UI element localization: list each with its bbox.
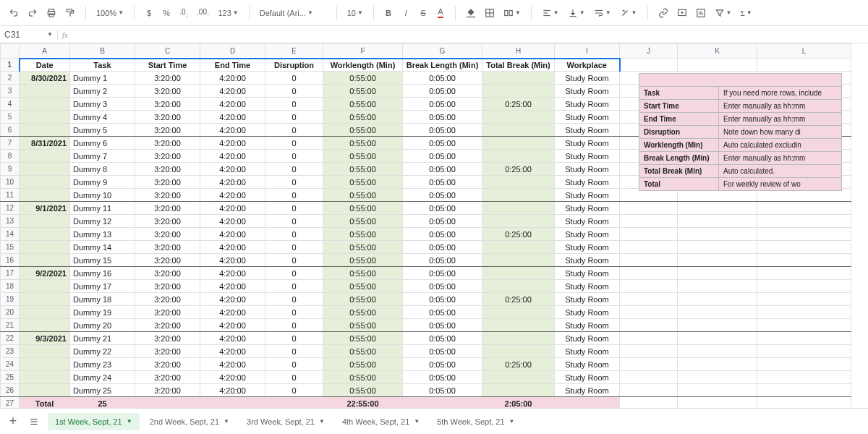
cell[interactable]: 4:20:00 bbox=[200, 280, 265, 293]
cell[interactable]: 0 bbox=[265, 319, 323, 332]
cell[interactable]: 0:55:00 bbox=[323, 254, 403, 267]
cell[interactable] bbox=[757, 228, 851, 241]
cell[interactable]: 0:05:00 bbox=[403, 137, 482, 150]
cell[interactable]: Study Room bbox=[555, 215, 620, 228]
col-header-E[interactable]: E bbox=[265, 44, 323, 59]
row-header[interactable]: 4 bbox=[1, 98, 20, 111]
strikethrough-button[interactable]: S bbox=[416, 4, 430, 22]
h-align-dropdown[interactable]: ▼ bbox=[539, 7, 562, 20]
cell[interactable]: 4:20:00 bbox=[200, 306, 265, 319]
cell[interactable]: Task bbox=[70, 59, 135, 72]
cell[interactable]: 0:55:00 bbox=[323, 293, 403, 306]
cell[interactable]: Study Room bbox=[555, 72, 620, 85]
cell[interactable]: 3:20:00 bbox=[135, 163, 200, 176]
cell[interactable]: 4:20:00 bbox=[200, 163, 265, 176]
cell[interactable] bbox=[620, 384, 678, 397]
col-header-G[interactable]: G bbox=[403, 44, 482, 59]
cell[interactable] bbox=[482, 85, 555, 98]
add-sheet-button[interactable]: + bbox=[6, 413, 20, 430]
cell[interactable]: 0 bbox=[265, 189, 323, 202]
sheet-tab[interactable]: 3rd Week, Sept, 21▼ bbox=[239, 413, 332, 430]
cell[interactable] bbox=[482, 332, 555, 345]
cell[interactable] bbox=[482, 254, 555, 267]
cell[interactable]: 3:20:00 bbox=[135, 85, 200, 98]
cell[interactable]: 3:20:00 bbox=[135, 189, 200, 202]
cell[interactable] bbox=[678, 59, 757, 72]
cell[interactable]: 0:55:00 bbox=[323, 319, 403, 332]
cell[interactable] bbox=[482, 371, 555, 384]
cell[interactable] bbox=[20, 280, 70, 293]
cell[interactable]: 0:05:00 bbox=[403, 189, 482, 202]
cell[interactable]: Dummy 16 bbox=[70, 267, 135, 280]
cell[interactable]: 0:05:00 bbox=[403, 98, 482, 111]
cell[interactable]: 4:20:00 bbox=[200, 202, 265, 215]
wrap-dropdown[interactable]: ▼ bbox=[591, 7, 614, 20]
cell[interactable]: 0 bbox=[265, 85, 323, 98]
cell[interactable]: 4:20:00 bbox=[200, 345, 265, 358]
cell[interactable]: 0:55:00 bbox=[323, 267, 403, 280]
cell[interactable]: 0:25:00 bbox=[482, 358, 555, 371]
cell[interactable]: 0:55:00 bbox=[323, 85, 403, 98]
functions-dropdown[interactable]: Σ▼ bbox=[737, 7, 754, 19]
cell[interactable] bbox=[200, 397, 265, 409]
bold-button[interactable]: B bbox=[381, 4, 396, 22]
cell[interactable]: 4:20:00 bbox=[200, 176, 265, 189]
select-all[interactable] bbox=[1, 44, 20, 59]
cell[interactable]: Dummy 11 bbox=[70, 202, 135, 215]
percent-button[interactable]: % bbox=[159, 4, 174, 22]
cell[interactable]: Study Room bbox=[555, 163, 620, 176]
cell[interactable] bbox=[678, 293, 757, 306]
cell[interactable] bbox=[20, 228, 70, 241]
cell[interactable]: 0:55:00 bbox=[323, 150, 403, 163]
cell[interactable]: Study Room bbox=[555, 98, 620, 111]
cell[interactable]: Dummy 12 bbox=[70, 215, 135, 228]
cell[interactable] bbox=[620, 59, 678, 72]
cell[interactable]: 8/31/2021 bbox=[20, 137, 70, 150]
sheet-tab[interactable]: 2nd Week, Sept, 21▼ bbox=[142, 413, 237, 430]
cell[interactable]: Study Room bbox=[555, 371, 620, 384]
cell[interactable] bbox=[757, 254, 851, 267]
cell[interactable] bbox=[555, 397, 620, 409]
currency-button[interactable]: $ bbox=[142, 4, 156, 22]
cell[interactable]: 3:20:00 bbox=[135, 345, 200, 358]
cell[interactable]: 3:20:00 bbox=[135, 215, 200, 228]
cell[interactable] bbox=[678, 202, 757, 215]
cell[interactable] bbox=[620, 306, 678, 319]
cell[interactable]: Study Room bbox=[555, 189, 620, 202]
cell[interactable]: 0:05:00 bbox=[403, 358, 482, 371]
cell[interactable] bbox=[620, 319, 678, 332]
row-header[interactable]: 27 bbox=[1, 397, 20, 409]
col-header-J[interactable]: J bbox=[620, 44, 678, 59]
cell[interactable]: 0:55:00 bbox=[323, 332, 403, 345]
row-header[interactable]: 20 bbox=[1, 306, 20, 319]
row-header[interactable]: 5 bbox=[1, 111, 20, 124]
cell[interactable] bbox=[482, 384, 555, 397]
cell[interactable] bbox=[482, 124, 555, 137]
cell[interactable]: 0:55:00 bbox=[323, 124, 403, 137]
cell[interactable]: Study Room bbox=[555, 176, 620, 189]
cell[interactable]: Dummy 3 bbox=[70, 98, 135, 111]
cell[interactable]: 25 bbox=[70, 397, 135, 409]
cell[interactable]: Study Room bbox=[555, 85, 620, 98]
cell[interactable]: 0:05:00 bbox=[403, 280, 482, 293]
sheet-tab[interactable]: 5th Week, Sept, 21▼ bbox=[430, 413, 522, 430]
cell[interactable]: 4:20:00 bbox=[200, 371, 265, 384]
cell[interactable] bbox=[757, 280, 851, 293]
cell[interactable] bbox=[20, 111, 70, 124]
cell[interactable]: 0:05:00 bbox=[403, 254, 482, 267]
cell[interactable]: 0:05:00 bbox=[403, 241, 482, 254]
chart-button[interactable] bbox=[693, 4, 709, 22]
row-header[interactable]: 8 bbox=[1, 150, 20, 163]
print-button[interactable] bbox=[43, 4, 59, 22]
number-format-dropdown[interactable]: 123▼ bbox=[215, 7, 241, 19]
row-header[interactable]: 3 bbox=[1, 85, 20, 98]
row-header[interactable]: 26 bbox=[1, 384, 20, 397]
cell[interactable]: 4:20:00 bbox=[200, 111, 265, 124]
cell[interactable]: 0 bbox=[265, 293, 323, 306]
filter-dropdown[interactable]: ▼ bbox=[712, 7, 735, 20]
cell[interactable] bbox=[482, 72, 555, 85]
cell[interactable]: 3:20:00 bbox=[135, 150, 200, 163]
comment-button[interactable] bbox=[674, 4, 690, 22]
cell[interactable]: Dummy 10 bbox=[70, 189, 135, 202]
cell[interactable]: Study Room bbox=[555, 254, 620, 267]
